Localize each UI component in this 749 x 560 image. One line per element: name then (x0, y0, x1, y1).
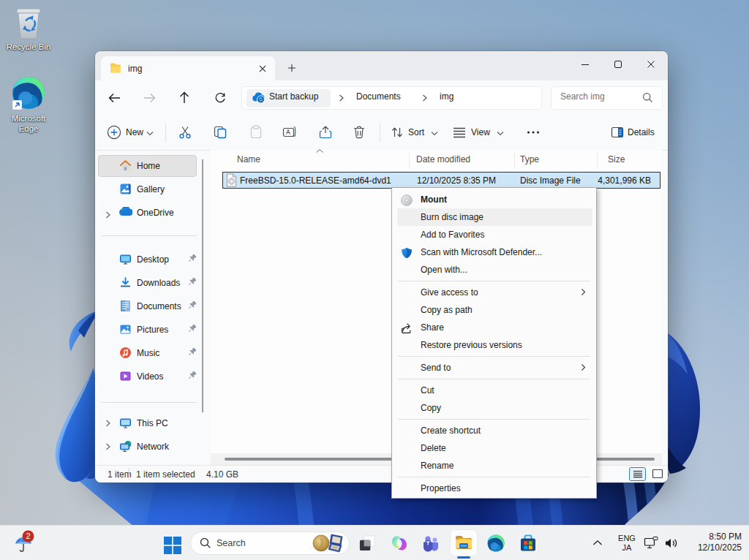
svg-text:2: 2 (26, 531, 30, 540)
